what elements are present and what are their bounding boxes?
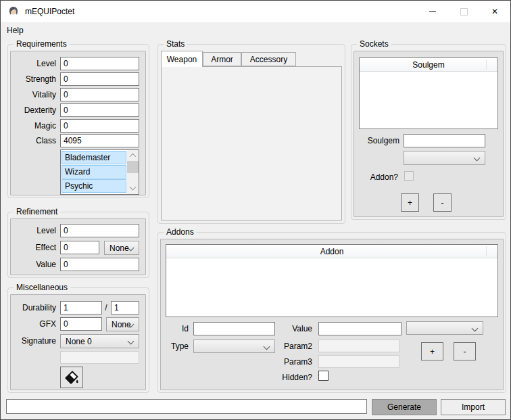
menu-help[interactable]: Help xyxy=(1,22,30,39)
signature-color-button[interactable] xyxy=(60,367,83,388)
maximize-icon xyxy=(460,8,468,16)
soulgem-column-header: Soulgem xyxy=(412,60,444,70)
addon-param3-input xyxy=(318,355,399,368)
dexterity-label: Dexterity xyxy=(10,106,56,115)
durability-current-input[interactable] xyxy=(60,301,102,314)
addon-hidden-checkbox[interactable] xyxy=(318,371,328,381)
refine-value-input[interactable] xyxy=(60,258,139,271)
menu-bar: Help xyxy=(1,22,510,39)
requirements-group-title: Requirements xyxy=(14,39,70,49)
list-item[interactable]: Wizard xyxy=(62,165,126,179)
stats-tab-body xyxy=(161,66,342,220)
refine-level-input[interactable] xyxy=(60,224,139,237)
list-item[interactable]: Psychic xyxy=(62,179,126,193)
vitality-label: Vitality xyxy=(10,90,56,99)
addon-id-input[interactable] xyxy=(193,322,275,335)
signature-select-value: None 0 xyxy=(66,337,92,346)
fill-color-icon xyxy=(64,369,80,386)
scrollbar-thumb[interactable] xyxy=(127,161,139,173)
addon-select[interactable] xyxy=(406,321,483,335)
chevron-down-icon xyxy=(128,338,135,345)
miscellaneous-group-title: Miscellaneous xyxy=(14,283,70,292)
output-input[interactable] xyxy=(6,399,367,414)
vitality-input[interactable] xyxy=(60,88,139,101)
column-divider xyxy=(486,60,487,70)
chevron-down-icon xyxy=(474,155,481,162)
durability-separator: / xyxy=(103,303,109,312)
addon-add-button[interactable]: + xyxy=(421,342,443,360)
title-bar: mEQUIPoctet ✕ xyxy=(1,1,510,22)
stats-group-title: Stats xyxy=(164,39,187,49)
chevron-down-icon xyxy=(264,344,270,350)
gfx-label: GFX xyxy=(10,319,56,329)
refine-effect-select[interactable]: None xyxy=(104,241,139,255)
signature-text-input xyxy=(60,351,139,364)
addon-list-header[interactable]: Addon xyxy=(166,245,497,258)
socket-addon-checkbox xyxy=(404,171,414,181)
refinement-group-title: Refinement xyxy=(14,207,60,216)
durability-label: Durability xyxy=(10,303,56,312)
addon-value-input[interactable] xyxy=(318,322,402,335)
addon-param2-label: Param2 xyxy=(271,342,312,351)
class-label: Class xyxy=(10,136,56,145)
dexterity-input[interactable] xyxy=(60,103,139,117)
strength-label: Strength xyxy=(10,74,56,84)
window-title: mEQUIPoctet xyxy=(25,7,74,16)
soulgem-select[interactable] xyxy=(404,151,485,165)
refine-level-label: Level xyxy=(10,226,56,235)
addon-remove-button[interactable]: - xyxy=(454,342,476,360)
generate-button[interactable]: Generate xyxy=(372,399,437,415)
refine-effect-select-value: None xyxy=(110,243,129,253)
app-icon xyxy=(7,5,20,18)
tab-accessory[interactable]: Accessory xyxy=(241,52,296,66)
signature-label: Signature xyxy=(10,336,56,346)
gfx-select[interactable]: None xyxy=(106,317,139,331)
soulgem-list-header[interactable]: Soulgem xyxy=(360,58,497,72)
close-button[interactable]: ✕ xyxy=(479,1,510,22)
gfx-input[interactable] xyxy=(60,317,102,331)
tab-weapon[interactable]: Weapon xyxy=(161,51,203,67)
class-input[interactable] xyxy=(60,134,139,147)
addon-column-header: Addon xyxy=(320,247,344,256)
signature-select[interactable]: None 0 xyxy=(60,334,139,348)
addon-type-select[interactable] xyxy=(193,340,275,353)
addon-id-label: Id xyxy=(159,324,189,333)
magic-label: Magic xyxy=(10,121,56,131)
refine-effect-input[interactable] xyxy=(60,241,99,254)
socket-addon-label: Addon? xyxy=(359,172,398,182)
soulgem-label: Soulgem xyxy=(359,136,399,145)
minimize-icon xyxy=(429,11,436,12)
scroll-down-icon xyxy=(130,184,137,191)
tab-armor[interactable]: Armor xyxy=(203,52,241,66)
list-item[interactable]: Blademaster xyxy=(62,151,126,164)
socket-add-button[interactable]: + xyxy=(401,193,419,212)
addon-value-label: Value xyxy=(271,324,312,333)
durability-max-input[interactable] xyxy=(111,301,139,314)
scroll-up-icon xyxy=(130,154,137,160)
strength-input[interactable] xyxy=(60,72,139,86)
addon-type-label: Type xyxy=(159,342,189,351)
addon-list[interactable]: Addon xyxy=(166,244,498,317)
addon-param2-input xyxy=(318,340,399,352)
socket-remove-button[interactable]: - xyxy=(433,193,452,212)
chevron-down-icon xyxy=(472,325,479,332)
class-listbox: Blademaster Wizard Psychic xyxy=(60,149,139,195)
soulgem-list[interactable]: Soulgem xyxy=(359,57,498,129)
level-input[interactable] xyxy=(60,57,139,70)
import-button[interactable]: Import xyxy=(441,399,506,415)
addons-group-title: Addons xyxy=(164,227,197,237)
app-window: mEQUIPoctet ✕ Help Requirements Level St… xyxy=(0,0,511,420)
level-label: Level xyxy=(10,59,56,68)
refine-effect-label: Effect xyxy=(10,243,56,252)
magic-input[interactable] xyxy=(60,119,139,133)
maximize-button xyxy=(448,1,479,22)
addon-hidden-label: Hidden? xyxy=(271,373,312,382)
addon-param3-label: Param3 xyxy=(271,357,312,367)
minimize-button[interactable] xyxy=(417,1,448,22)
close-icon: ✕ xyxy=(491,7,498,16)
refine-value-label: Value xyxy=(10,260,56,269)
soulgem-input[interactable] xyxy=(404,134,485,147)
class-list-scrollbar[interactable] xyxy=(127,150,139,194)
column-divider xyxy=(486,246,487,256)
sockets-group-title: Sockets xyxy=(357,39,391,49)
